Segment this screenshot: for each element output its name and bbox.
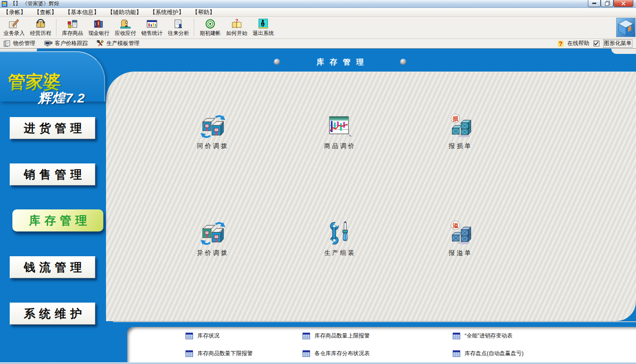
brand-cube-logo: [616, 18, 636, 37]
toolbar-exit-system[interactable]: 退出系统: [250, 17, 276, 38]
subtoolbar-template-management[interactable]: 生产模板管理: [97, 40, 140, 47]
toolbar-button-label: 现金银行: [88, 30, 110, 37]
overflow-report-icon: 溢: [448, 220, 473, 246]
tile-label: 报溢单: [428, 249, 494, 257]
menu-item-help[interactable]: 【帮助】: [191, 8, 216, 17]
restore-button[interactable]: [601, 0, 613, 7]
loss-report-icon: 损: [448, 114, 473, 139]
sidebar-item-label: 库存管理: [29, 213, 91, 228]
toolbar-button-label: 业务录入: [4, 30, 25, 37]
menu-item-sysmaint[interactable]: 【系统维护】: [149, 8, 185, 17]
app-window: 【】 《管家婆》辉煌 【录帐】 【查帐】 【基本信息】 【辅助功能】 【系统维护…: [0, 0, 636, 364]
report-links: 库存状况 库存商品数量上限报警 “全能”进销存变动表 库存商品数量下限报警 各仓…: [127, 327, 636, 357]
graphic-menu-checkbox[interactable]: [594, 41, 599, 46]
titlebar: 【】 《管家婆》辉煌: [0, 0, 636, 8]
tile-diff-price-transfer[interactable]: 异价调拨: [180, 220, 246, 257]
link-label: 库存商品数量上限报警: [314, 332, 370, 340]
tile-same-price-transfer[interactable]: 同价调拨: [180, 114, 246, 150]
subtoolbar-item-label: 客户价格跟踪: [55, 40, 88, 47]
tile-label: 报损单: [428, 142, 494, 150]
sidebar-item-purchase[interactable]: 进货管理: [10, 117, 95, 139]
toolbar-receivable-payable[interactable]: 应收应付: [112, 17, 139, 38]
app-icon: [2, 1, 8, 7]
link-label: 库存状况: [197, 332, 220, 340]
link-omnipotent-change-table[interactable]: “全能”进销存变动表: [453, 332, 636, 340]
toolbar-stock-goods[interactable]: 库存商品: [59, 17, 86, 38]
sidebar-item-label: 进货管理: [24, 121, 86, 136]
sidebar-item-cashflow[interactable]: 钱流管理: [10, 256, 95, 278]
sidebar-item-label: 销售管理: [24, 167, 86, 182]
graphic-menu-label[interactable]: 图形化菜单: [603, 39, 633, 48]
window-bottom-frame: [0, 362, 636, 364]
sidebar-item-sales[interactable]: 销售管理: [10, 163, 95, 186]
tile-goods-reprice[interactable]: 商品调价: [307, 114, 373, 150]
customer-price-icon: [44, 40, 53, 47]
ledger-book-icon: [35, 19, 46, 29]
toolbar-button-label: 往来分析: [168, 30, 189, 37]
subtoolbar-customer-price-tracking[interactable]: 客户价格跟踪: [44, 40, 88, 47]
stock-goods-icon: [67, 19, 78, 29]
toolbar-cash-bank[interactable]: 现金银行: [86, 17, 112, 38]
toolbar: 业务录入 经营历程 库存商品 现金银行 应收应付 销售统计 往来分析: [0, 17, 636, 39]
link-warehouse-distribution[interactable]: 各仓库库存分布状况表: [303, 350, 453, 357]
toolbar-contacts-analysis[interactable]: 往来分析: [165, 17, 192, 38]
toolbar-initial-account[interactable]: 期初建帐: [197, 17, 223, 38]
toolbar-how-to-start[interactable]: ? 如何开始: [223, 17, 250, 38]
toolbar-separator: [194, 19, 195, 36]
subtoolbar-right: ? 在线帮助 图形化菜单: [558, 39, 632, 48]
sales-chart-icon: [146, 19, 158, 29]
subtoolbar-price-management[interactable]: 物价管理: [4, 40, 35, 47]
tile-label: 异价调拨: [180, 249, 246, 257]
tile-assembly[interactable]: 生产组装: [307, 220, 373, 257]
cash-bank-icon: [93, 19, 105, 29]
toolbar-button-label: 经营历程: [30, 30, 51, 37]
window-title: 【】 《管家婆》辉煌: [10, 0, 59, 8]
brand-version-text: 辉煌7.2: [38, 89, 85, 107]
link-stocktaking[interactable]: 库存盘点(自动盘赢盘亏): [453, 350, 636, 357]
sidebar-item-inventory[interactable]: 库存管理: [12, 209, 103, 231]
contacts-analysis-icon: [173, 19, 184, 29]
footer-panel: 库存状况 库存商品数量上限报警 “全能”进销存变动表 库存商品数量下限报警 各仓…: [127, 327, 636, 362]
content-panel: 同价调拨 商品调价: [106, 72, 636, 321]
restore-icon: [605, 2, 609, 6]
toolbar-button-label: 如何开始: [226, 30, 247, 37]
divider: [113, 321, 636, 322]
toolbar-business-history[interactable]: 经营历程: [27, 17, 54, 38]
table-icon: [186, 350, 193, 357]
sidebar-item-system-maintenance[interactable]: 系统维护: [10, 303, 95, 325]
how-to-start-icon: ?: [231, 19, 242, 29]
sphere-icon: [400, 59, 406, 65]
link-stock-status[interactable]: 库存状况: [186, 332, 303, 340]
svg-text:溢: 溢: [453, 222, 459, 229]
menubar: 【录帐】 【查帐】 【基本信息】 【辅助功能】 【系统维护】 【帮助】: [0, 8, 636, 17]
sidebar: 管家婆 辉煌7.2 进货管理 销售管理 库存管理 钱流管理 系统维护: [0, 49, 106, 362]
toolbar-business-entry[interactable]: 业务录入: [1, 17, 27, 38]
toolbar-button-label: 期初建帐: [200, 30, 221, 37]
link-lower-limit-alert[interactable]: 库存商品数量下限报警: [186, 350, 303, 357]
goods-reprice-icon: [327, 114, 353, 139]
main-area: 库存管理 同价调拨: [0, 49, 636, 362]
minimize-icon: [592, 3, 596, 4]
link-upper-limit-alert[interactable]: 库存商品数量上限报警: [303, 332, 453, 340]
tile-loss-report[interactable]: 损 报损单: [428, 114, 494, 150]
tile-overflow-report[interactable]: 溢 报溢单: [428, 220, 494, 257]
table-icon: [303, 333, 310, 339]
close-button[interactable]: [613, 0, 633, 7]
online-help-label[interactable]: 在线帮助: [568, 40, 590, 47]
menu-item-query[interactable]: 【查帐】: [33, 8, 58, 17]
menu-item-record[interactable]: 【录帐】: [2, 8, 27, 17]
pen-writing-icon: [8, 19, 20, 29]
table-icon: [453, 350, 460, 357]
toolbar-button-label: 退出系统: [253, 30, 274, 37]
same-price-transfer-icon: [200, 114, 226, 139]
sidebar-item-label: 系统维护: [24, 306, 86, 322]
assembly-tools-icon: [327, 220, 353, 246]
menu-item-aux[interactable]: 【辅助功能】: [106, 8, 143, 17]
exit-system-icon: [257, 19, 269, 29]
menu-item-basic-info[interactable]: 【基本信息】: [64, 8, 100, 17]
toolbar-button-label: 库存商品: [62, 30, 83, 37]
toolbar-sales-stats[interactable]: 销售统计: [139, 17, 165, 38]
minimize-button[interactable]: [588, 0, 601, 7]
link-label: 库存盘点(自动盘赢盘亏): [465, 350, 523, 357]
close-icon: [621, 1, 626, 6]
